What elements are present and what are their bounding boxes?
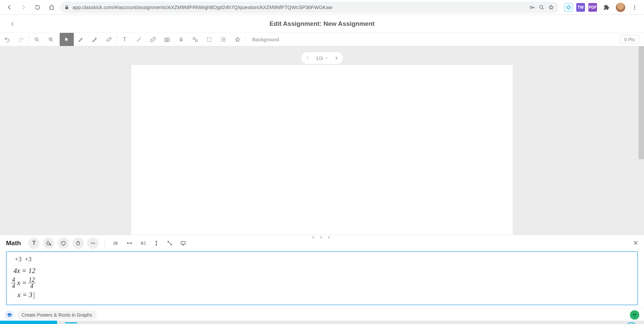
fill-blank-tool-button[interactable] [202,33,216,46]
panel-drag-handle[interactable]: • • • [312,234,332,241]
equatio-tool-group: Σ LᴬTᴇX A Σ [57,321,266,324]
audio-tool-button[interactable] [174,33,188,46]
highlighter-icon [78,37,84,43]
page-indicator-dropdown[interactable]: 1/3 [316,55,328,61]
back-button[interactable] [7,18,19,30]
close-panel-button[interactable] [633,240,639,246]
extension-pdf-icon[interactable]: PDF [588,3,597,12]
link-tool-button[interactable] [146,33,160,46]
node-icon [167,240,173,246]
image-tool-button[interactable] [160,33,174,46]
line-tool-button[interactable] [132,33,146,46]
browser-home-button[interactable] [46,1,58,13]
mathspace-tab[interactable] [186,322,198,324]
more-options-button[interactable] [87,237,99,249]
points-button[interactable]: 0 Pts [620,35,639,44]
align-right-icon [140,240,146,246]
extension-tw-icon[interactable]: TW [576,3,585,12]
stem-tools-tab[interactable] [226,322,238,324]
math-editor-input[interactable]: +3 +3 4x = 12 44 x = 124 x = 3 [6,251,638,305]
handwriting-tab[interactable]: A [125,322,138,324]
vertical-scrollbar[interactable] [639,46,644,159]
svg-point-14 [93,243,94,244]
heart-icon [60,240,66,246]
close-icon [633,240,639,246]
discover-tab[interactable]: Σ [246,322,258,324]
text-icon: T [123,36,126,43]
pointer-tool-button[interactable] [60,33,74,46]
extension-classkick-icon[interactable] [564,3,573,12]
line-icon [136,37,142,43]
star-icon[interactable] [548,4,554,10]
manipulative-tool-button[interactable] [188,33,202,46]
extensions-puzzle-button[interactable] [600,1,612,13]
svg-point-0 [530,6,532,8]
browser-back-button[interactable] [3,1,15,13]
separator [105,238,105,248]
text-tool-button[interactable]: T [118,33,132,46]
undo-button[interactable] [0,33,14,46]
spacer [285,33,615,46]
browser-menu-button[interactable] [629,1,641,13]
latex-editor-tab[interactable]: LᴬTᴇX [85,322,97,324]
text-cursor [34,292,34,299]
profile-avatar[interactable] [616,3,625,12]
shapes-icon [193,37,198,42]
browser-reload-button[interactable] [32,1,44,13]
insert-expand-h-button[interactable] [124,238,135,248]
separator [245,35,246,44]
dots-vertical-icon [632,4,638,10]
background-button[interactable]: Background [246,33,285,46]
delete-button[interactable] [72,237,84,249]
graph-editor-tab[interactable] [105,322,117,324]
screen-mode-button[interactable] [178,238,188,248]
favorite-button[interactable] [58,237,69,249]
separator [59,35,59,44]
zoom-out-button[interactable] [30,33,44,46]
copy-math-button[interactable] [625,322,637,324]
math-line-1: +3 +3 [15,255,633,264]
separator [117,35,117,44]
slide-canvas[interactable] [131,64,513,235]
arrow-left-icon [6,4,13,11]
microphone-icon [178,37,184,42]
color-fill-button[interactable] [43,237,54,249]
math-line-4: x = 3 [17,290,633,301]
prev-page-button[interactable] [306,56,310,60]
insert-right-button[interactable] [138,238,148,248]
dashed-box-icon [206,37,212,43]
multiple-choice-tool-button[interactable] [216,33,230,46]
insert-left-button[interactable] [111,238,121,248]
sticker-tool-button[interactable] [230,33,245,46]
arrows-v-icon [153,240,159,246]
chevron-left-icon [10,21,16,27]
speech-input-tab[interactable] [146,322,158,324]
next-page-button[interactable] [334,56,338,60]
smiley-glasses-icon [632,312,638,318]
presentation-icon [180,240,186,246]
highlighter-tool-button[interactable] [74,33,88,46]
screenshot-reader-tab[interactable] [206,322,218,324]
browser-forward-button[interactable] [17,1,30,13]
mobile-tab[interactable] [166,322,178,324]
svg-point-1 [540,5,543,8]
svg-rect-11 [195,40,197,41]
eraser-tool-button[interactable] [102,33,116,46]
assistant-avatar-button[interactable] [630,310,639,320]
svg-rect-10 [193,38,195,39]
text-format-button[interactable]: T [28,237,40,249]
zoom-icon [539,4,545,10]
node-tool-button[interactable] [165,238,175,248]
zoom-in-button[interactable] [44,33,58,46]
equation-editor-tab[interactable]: Σ [65,322,77,324]
discover-chip[interactable]: Create Powers & Roots in Graphs [5,310,97,320]
separator [29,35,29,44]
equatio-logo-button[interactable]: ΣquatIO [0,321,57,324]
redo-button[interactable] [14,33,28,46]
insert-expand-v-button[interactable] [151,238,161,248]
svg-point-2 [634,5,635,6]
puzzle-icon [603,4,609,10]
pen-tool-button[interactable] [88,33,102,46]
address-bar[interactable]: app.classkick.com/#/account/assignments/… [60,2,559,13]
arrows-h-icon [126,240,132,246]
